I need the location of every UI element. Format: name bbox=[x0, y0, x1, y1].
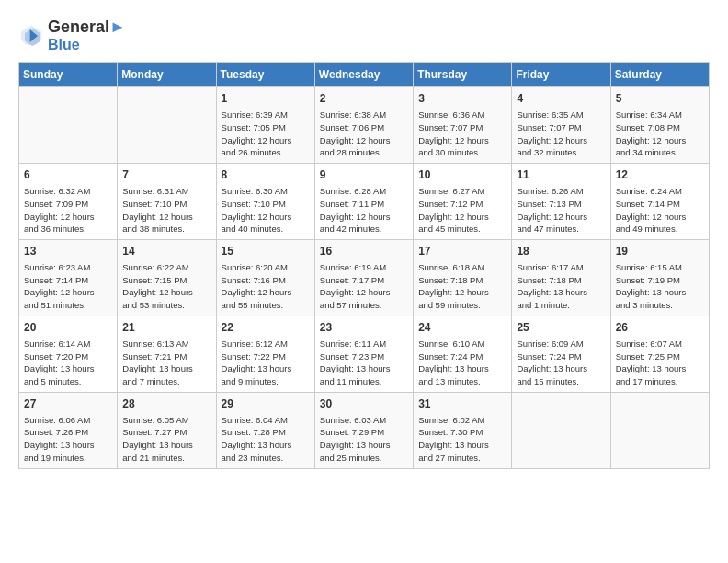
calendar-cell: 22Sunrise: 6:12 AM Sunset: 7:22 PM Dayli… bbox=[216, 316, 314, 392]
calendar-cell bbox=[118, 87, 216, 164]
day-info: Sunrise: 6:04 AM Sunset: 7:28 PM Dayligh… bbox=[222, 414, 310, 465]
calendar-cell: 13Sunrise: 6:23 AM Sunset: 7:14 PM Dayli… bbox=[19, 240, 118, 316]
day-number: 26 bbox=[616, 320, 704, 336]
day-number: 3 bbox=[418, 91, 506, 107]
weekday-header-saturday: Saturday bbox=[610, 63, 709, 87]
day-info: Sunrise: 6:36 AM Sunset: 7:07 PM Dayligh… bbox=[418, 109, 506, 159]
weekday-header-monday: Monday bbox=[118, 63, 216, 87]
day-info: Sunrise: 6:03 AM Sunset: 7:29 PM Dayligh… bbox=[320, 414, 408, 465]
calendar-cell: 1Sunrise: 6:39 AM Sunset: 7:05 PM Daylig… bbox=[216, 87, 314, 164]
day-number: 17 bbox=[418, 244, 506, 259]
calendar-cell: 6Sunrise: 6:32 AM Sunset: 7:09 PM Daylig… bbox=[19, 164, 118, 240]
calendar-cell bbox=[610, 392, 709, 468]
day-info: Sunrise: 6:26 AM Sunset: 7:13 PM Dayligh… bbox=[517, 185, 605, 236]
logo-icon bbox=[18, 23, 44, 49]
calendar-cell: 11Sunrise: 6:26 AM Sunset: 7:13 PM Dayli… bbox=[512, 164, 610, 240]
day-info: Sunrise: 6:24 AM Sunset: 7:14 PM Dayligh… bbox=[616, 185, 704, 236]
day-number: 31 bbox=[418, 396, 506, 412]
calendar-week-1: 1Sunrise: 6:39 AM Sunset: 7:05 PM Daylig… bbox=[19, 87, 710, 164]
day-number: 18 bbox=[517, 244, 605, 259]
logo-text-line2: Blue bbox=[48, 37, 126, 53]
day-info: Sunrise: 6:39 AM Sunset: 7:05 PM Dayligh… bbox=[222, 109, 310, 159]
calendar-cell: 24Sunrise: 6:10 AM Sunset: 7:24 PM Dayli… bbox=[414, 316, 512, 392]
calendar-cell: 17Sunrise: 6:18 AM Sunset: 7:18 PM Dayli… bbox=[414, 240, 512, 316]
day-number: 29 bbox=[222, 396, 310, 412]
day-info: Sunrise: 6:10 AM Sunset: 7:24 PM Dayligh… bbox=[418, 338, 506, 388]
day-number: 28 bbox=[122, 396, 210, 412]
day-number: 2 bbox=[320, 91, 408, 107]
logo: General► Blue bbox=[18, 18, 126, 52]
day-info: Sunrise: 6:34 AM Sunset: 7:08 PM Dayligh… bbox=[616, 109, 704, 159]
day-number: 11 bbox=[517, 167, 605, 183]
calendar-cell: 18Sunrise: 6:17 AM Sunset: 7:18 PM Dayli… bbox=[512, 240, 610, 316]
day-info: Sunrise: 6:31 AM Sunset: 7:10 PM Dayligh… bbox=[122, 185, 210, 236]
day-number: 6 bbox=[24, 167, 112, 183]
calendar-cell: 31Sunrise: 6:02 AM Sunset: 7:30 PM Dayli… bbox=[414, 392, 512, 468]
weekday-header-friday: Friday bbox=[512, 63, 610, 87]
weekday-header-row: SundayMondayTuesdayWednesdayThursdayFrid… bbox=[19, 63, 710, 87]
calendar-cell: 26Sunrise: 6:07 AM Sunset: 7:25 PM Dayli… bbox=[610, 316, 709, 392]
day-number: 16 bbox=[320, 244, 408, 259]
weekday-header-sunday: Sunday bbox=[19, 63, 118, 87]
day-info: Sunrise: 6:06 AM Sunset: 7:26 PM Dayligh… bbox=[24, 414, 112, 465]
day-number: 10 bbox=[418, 167, 506, 183]
calendar-cell bbox=[19, 87, 118, 164]
day-number: 20 bbox=[24, 320, 112, 336]
weekday-header-wednesday: Wednesday bbox=[314, 63, 413, 87]
day-number: 24 bbox=[418, 320, 506, 336]
day-number: 13 bbox=[24, 244, 112, 259]
day-number: 23 bbox=[320, 320, 408, 336]
day-info: Sunrise: 6:30 AM Sunset: 7:10 PM Dayligh… bbox=[222, 185, 310, 236]
calendar-week-5: 27Sunrise: 6:06 AM Sunset: 7:26 PM Dayli… bbox=[19, 392, 710, 468]
calendar-cell: 4Sunrise: 6:35 AM Sunset: 7:07 PM Daylig… bbox=[512, 87, 610, 164]
day-number: 14 bbox=[122, 244, 210, 259]
day-number: 7 bbox=[122, 167, 210, 183]
calendar-cell: 3Sunrise: 6:36 AM Sunset: 7:07 PM Daylig… bbox=[414, 87, 512, 164]
calendar-cell: 19Sunrise: 6:15 AM Sunset: 7:19 PM Dayli… bbox=[610, 240, 709, 316]
calendar-cell: 15Sunrise: 6:20 AM Sunset: 7:16 PM Dayli… bbox=[216, 240, 314, 316]
day-info: Sunrise: 6:23 AM Sunset: 7:14 PM Dayligh… bbox=[24, 261, 112, 312]
day-info: Sunrise: 6:05 AM Sunset: 7:27 PM Dayligh… bbox=[122, 414, 210, 465]
calendar-cell: 5Sunrise: 6:34 AM Sunset: 7:08 PM Daylig… bbox=[610, 87, 709, 164]
day-info: Sunrise: 6:22 AM Sunset: 7:15 PM Dayligh… bbox=[122, 261, 210, 312]
weekday-header-tuesday: Tuesday bbox=[216, 63, 314, 87]
calendar-cell: 9Sunrise: 6:28 AM Sunset: 7:11 PM Daylig… bbox=[314, 164, 413, 240]
calendar-cell: 29Sunrise: 6:04 AM Sunset: 7:28 PM Dayli… bbox=[216, 392, 314, 468]
day-info: Sunrise: 6:28 AM Sunset: 7:11 PM Dayligh… bbox=[320, 185, 408, 236]
day-info: Sunrise: 6:09 AM Sunset: 7:24 PM Dayligh… bbox=[517, 338, 605, 388]
calendar-cell: 28Sunrise: 6:05 AM Sunset: 7:27 PM Dayli… bbox=[118, 392, 216, 468]
day-number: 12 bbox=[616, 167, 704, 183]
day-number: 1 bbox=[222, 91, 310, 107]
calendar-cell: 7Sunrise: 6:31 AM Sunset: 7:10 PM Daylig… bbox=[118, 164, 216, 240]
calendar-cell: 14Sunrise: 6:22 AM Sunset: 7:15 PM Dayli… bbox=[118, 240, 216, 316]
calendar-week-2: 6Sunrise: 6:32 AM Sunset: 7:09 PM Daylig… bbox=[19, 164, 710, 240]
weekday-header-thursday: Thursday bbox=[414, 63, 512, 87]
day-number: 9 bbox=[320, 167, 408, 183]
calendar-cell: 25Sunrise: 6:09 AM Sunset: 7:24 PM Dayli… bbox=[512, 316, 610, 392]
day-number: 30 bbox=[320, 396, 408, 412]
day-info: Sunrise: 6:15 AM Sunset: 7:19 PM Dayligh… bbox=[616, 261, 704, 312]
calendar-cell bbox=[512, 392, 610, 468]
day-number: 25 bbox=[517, 320, 605, 336]
calendar-cell: 12Sunrise: 6:24 AM Sunset: 7:14 PM Dayli… bbox=[610, 164, 709, 240]
calendar-week-4: 20Sunrise: 6:14 AM Sunset: 7:20 PM Dayli… bbox=[19, 316, 710, 392]
day-number: 5 bbox=[616, 91, 704, 107]
calendar-cell: 16Sunrise: 6:19 AM Sunset: 7:17 PM Dayli… bbox=[314, 240, 413, 316]
calendar-cell: 8Sunrise: 6:30 AM Sunset: 7:10 PM Daylig… bbox=[216, 164, 314, 240]
day-number: 15 bbox=[222, 244, 310, 259]
calendar-cell: 2Sunrise: 6:38 AM Sunset: 7:06 PM Daylig… bbox=[314, 87, 413, 164]
day-info: Sunrise: 6:17 AM Sunset: 7:18 PM Dayligh… bbox=[517, 261, 605, 312]
day-number: 4 bbox=[517, 91, 605, 107]
calendar-cell: 23Sunrise: 6:11 AM Sunset: 7:23 PM Dayli… bbox=[314, 316, 413, 392]
day-number: 19 bbox=[616, 244, 704, 259]
day-number: 8 bbox=[222, 167, 310, 183]
day-info: Sunrise: 6:14 AM Sunset: 7:20 PM Dayligh… bbox=[24, 338, 112, 388]
calendar-cell: 27Sunrise: 6:06 AM Sunset: 7:26 PM Dayli… bbox=[19, 392, 118, 468]
calendar-cell: 21Sunrise: 6:13 AM Sunset: 7:21 PM Dayli… bbox=[118, 316, 216, 392]
day-info: Sunrise: 6:18 AM Sunset: 7:18 PM Dayligh… bbox=[418, 261, 506, 312]
day-info: Sunrise: 6:20 AM Sunset: 7:16 PM Dayligh… bbox=[222, 261, 310, 312]
day-info: Sunrise: 6:27 AM Sunset: 7:12 PM Dayligh… bbox=[418, 185, 506, 236]
day-info: Sunrise: 6:13 AM Sunset: 7:21 PM Dayligh… bbox=[122, 338, 210, 388]
day-info: Sunrise: 6:11 AM Sunset: 7:23 PM Dayligh… bbox=[320, 338, 408, 388]
day-info: Sunrise: 6:32 AM Sunset: 7:09 PM Dayligh… bbox=[24, 185, 112, 236]
